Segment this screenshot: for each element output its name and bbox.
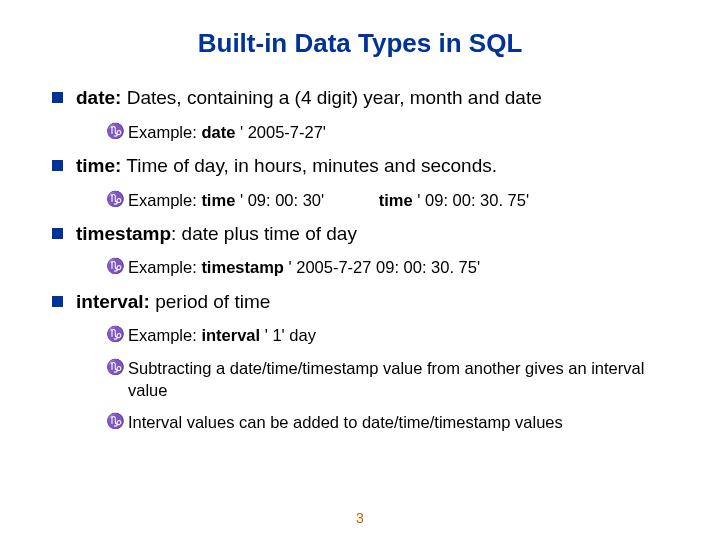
- keyword-interval: interval:: [76, 291, 150, 312]
- bullet-time: time: Time of day, in hours, minutes and…: [52, 153, 680, 211]
- text: Interval values can be added to date/tim…: [128, 413, 563, 431]
- text: ' 09: 00: 30. 75': [413, 191, 529, 209]
- text: Time of day, in hours, minutes and secon…: [121, 155, 497, 176]
- text: ' 2005-7-27 09: 00: 30. 75': [288, 258, 480, 276]
- keyword: timestamp: [201, 258, 288, 276]
- keyword-time: time:: [76, 155, 121, 176]
- bullet-date: date: Dates, containing a (4 digit) year…: [52, 85, 680, 143]
- bullet-timestamp: timestamp: date plus time of day Example…: [52, 221, 680, 279]
- sublist: Example: interval ' 1' day Subtracting a…: [76, 324, 680, 433]
- text: ' 09: 00: 30': [235, 191, 324, 209]
- sublist: Example: date ' 2005-7-27': [76, 121, 680, 143]
- sub-item: Example: date ' 2005-7-27': [106, 121, 680, 143]
- slide-title: Built-in Data Types in SQL: [40, 28, 680, 59]
- bullet-interval: interval: period of time Example: interv…: [52, 289, 680, 434]
- keyword: date: [201, 123, 235, 141]
- text: ' 1' day: [265, 326, 316, 344]
- slide: Built-in Data Types in SQL date: Dates, …: [0, 0, 720, 540]
- sublist: Example: time ' 09: 00: 30' time ' 09: 0…: [76, 189, 680, 211]
- text: period of time: [150, 291, 270, 312]
- text: Subtracting a date/time/timestamp value …: [128, 359, 644, 399]
- sub-item: Example: time ' 09: 00: 30' time ' 09: 0…: [106, 189, 680, 211]
- text: Example:: [128, 258, 201, 276]
- sub-item: Example: timestamp ' 2005-7-27 09: 00: 3…: [106, 256, 680, 278]
- sub-item: Subtracting a date/time/timestamp value …: [106, 357, 680, 402]
- keyword: interval: [201, 326, 264, 344]
- sub-item: Interval values can be added to date/tim…: [106, 411, 680, 433]
- text: ' 2005-7-27': [235, 123, 326, 141]
- text: Dates, containing a (4 digit) year, mont…: [121, 87, 541, 108]
- text: : date plus time of day: [171, 223, 357, 244]
- keyword-date: date:: [76, 87, 121, 108]
- text: Example:: [128, 326, 201, 344]
- keyword: time: [201, 191, 235, 209]
- sub-item: Example: interval ' 1' day: [106, 324, 680, 346]
- keyword: time: [379, 191, 413, 209]
- keyword-timestamp: timestamp: [76, 223, 171, 244]
- page-number: 3: [0, 510, 720, 526]
- bullet-list: date: Dates, containing a (4 digit) year…: [40, 85, 680, 433]
- text: Example:: [128, 191, 201, 209]
- text: Example:: [128, 123, 201, 141]
- extra-example: time ' 09: 00: 30. 75': [379, 189, 529, 211]
- sublist: Example: timestamp ' 2005-7-27 09: 00: 3…: [76, 256, 680, 278]
